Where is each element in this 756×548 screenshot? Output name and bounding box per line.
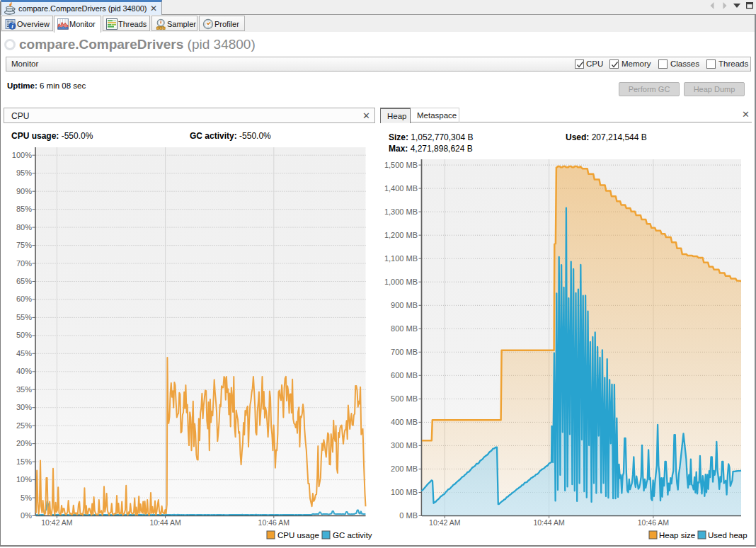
svg-text:CPU usage: -550.0%: CPU usage: -550.0%: [11, 131, 93, 141]
svg-text:10:44 AM: 10:44 AM: [533, 518, 564, 527]
svg-text:Used heap: Used heap: [708, 531, 748, 540]
svg-text:90%: 90%: [16, 187, 32, 195]
svg-text:10:42 AM: 10:42 AM: [429, 518, 460, 527]
svg-text:300 MB: 300 MB: [391, 441, 418, 450]
svg-text:100 MB: 100 MB: [391, 488, 418, 496]
svg-text:1,000 MB: 1,000 MB: [384, 278, 418, 286]
svg-text:5%: 5%: [21, 493, 32, 502]
svg-text:0%: 0%: [21, 511, 32, 520]
svg-text:1,100 MB: 1,100 MB: [384, 254, 418, 263]
svg-text:Size: 1,052,770,304 B: Size: 1,052,770,304 B: [389, 132, 473, 142]
svg-text:95%: 95%: [16, 169, 32, 177]
svg-text:25%: 25%: [16, 421, 32, 430]
svg-text:GC activity: -550.0%: GC activity: -550.0%: [190, 131, 271, 141]
svg-text:800 MB: 800 MB: [391, 324, 418, 333]
svg-text:80%: 80%: [16, 223, 32, 232]
svg-text:85%: 85%: [16, 205, 32, 213]
svg-text:75%: 75%: [16, 241, 32, 249]
svg-text:1,200 MB: 1,200 MB: [384, 231, 418, 239]
svg-text:10:42 AM: 10:42 AM: [41, 518, 72, 527]
svg-text:0 MB: 0 MB: [399, 511, 418, 520]
svg-text:50%: 50%: [16, 331, 32, 339]
svg-text:40%: 40%: [16, 367, 32, 375]
svg-text:10:44 AM: 10:44 AM: [149, 518, 181, 527]
svg-text:Used: 207,214,544 B: Used: 207,214,544 B: [566, 132, 647, 142]
svg-text:400 MB: 400 MB: [391, 418, 418, 426]
svg-text:Max: 4,271,898,624 B: Max: 4,271,898,624 B: [389, 144, 473, 154]
svg-text:700 MB: 700 MB: [391, 348, 418, 356]
svg-text:GC activity: GC activity: [333, 531, 372, 540]
svg-text:10:46 AM: 10:46 AM: [258, 518, 290, 527]
svg-text:60%: 60%: [16, 295, 32, 303]
svg-text:65%: 65%: [16, 277, 32, 285]
svg-text:10:46 AM: 10:46 AM: [638, 518, 669, 527]
svg-text:1,400 MB: 1,400 MB: [384, 184, 418, 193]
svg-text:45%: 45%: [16, 349, 32, 358]
svg-text:10%: 10%: [16, 475, 32, 484]
svg-text:55%: 55%: [16, 313, 32, 321]
svg-text:70%: 70%: [16, 259, 32, 268]
svg-text:600 MB: 600 MB: [391, 371, 418, 379]
svg-text:30%: 30%: [16, 403, 32, 411]
svg-text:100%: 100%: [12, 151, 32, 159]
svg-text:1,500 MB: 1,500 MB: [384, 161, 418, 169]
svg-text:35%: 35%: [16, 385, 32, 394]
svg-text:900 MB: 900 MB: [391, 301, 418, 309]
svg-text:1,300 MB: 1,300 MB: [384, 207, 418, 216]
svg-text:15%: 15%: [16, 457, 32, 466]
svg-text:20%: 20%: [16, 439, 32, 447]
svg-text:CPU usage: CPU usage: [277, 531, 319, 540]
svg-text:200 MB: 200 MB: [391, 464, 418, 473]
svg-text:500 MB: 500 MB: [391, 394, 418, 403]
svg-text:Heap size: Heap size: [659, 531, 695, 540]
